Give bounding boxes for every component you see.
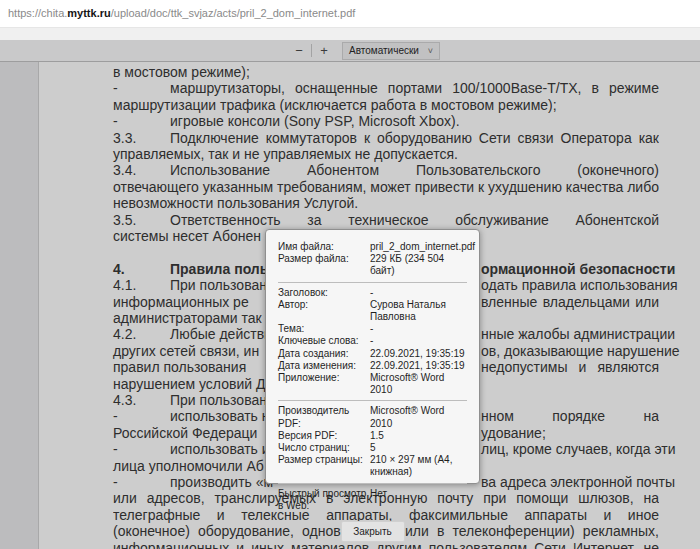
dialog-value: 210 × 297 мм (A4, книжная) xyxy=(370,454,467,478)
document-text-line: управляемых, так и не управляемых не доп… xyxy=(113,146,659,163)
list-marker: 4.1. xyxy=(113,277,170,293)
dialog-value: Сурова Наталья Павловна xyxy=(370,299,467,323)
dialog-row: Тема:- xyxy=(278,323,467,335)
dialog-value: 1.5 xyxy=(370,430,467,442)
dialog-rows: Имя файла:pril_2_dom_internet.pdfРазмер … xyxy=(278,241,467,512)
dialog-row: Ключевые слова:- xyxy=(278,335,467,347)
dialog-row: Дата создания:22.09.2021, 19:35:19 xyxy=(278,348,467,360)
dialog-label: Версия PDF: xyxy=(278,430,370,442)
document-text-line: -игровые консоли (Sony PSP, Microsoft Xb… xyxy=(113,113,659,130)
dialog-value: pril_2_dom_internet.pdf xyxy=(370,241,475,253)
document-text-line: 3.3.Подключение коммутаторов к оборудова… xyxy=(113,130,659,147)
dialog-value: 5 xyxy=(370,442,467,454)
url-text[interactable]: https://chita.myttk.ru/upload/doc/ttk_sv… xyxy=(8,7,355,19)
dialog-row: Имя файла:pril_2_dom_internet.pdf xyxy=(278,241,467,253)
list-marker: - xyxy=(113,80,170,96)
dialog-label: Размер страницы: xyxy=(278,454,370,478)
dialog-label: Дата создания: xyxy=(278,348,370,360)
dialog-row: Приложение:Microsoft® Word 2010 xyxy=(278,372,467,396)
document-text-fragment: лиц, кроме случаев, когда эти xyxy=(481,441,659,458)
dialog-value: - xyxy=(370,335,467,347)
dialog-separator xyxy=(278,282,467,283)
chevron-down-icon: ˅ xyxy=(428,46,433,56)
dialog-row: Производитель PDF:Microsoft® Word 2010 xyxy=(278,405,467,429)
document-text-line: отвечающего указанным требованиям, может… xyxy=(113,179,659,196)
dialog-row: Размер файла:229 КБ (234 504 байт) xyxy=(278,253,467,277)
dialog-label: Производитель PDF: xyxy=(278,405,370,429)
document-text-fragment: ов, доказывающие нарушение xyxy=(481,343,659,360)
document-text-fragment: ормационной безопасности xyxy=(481,261,659,278)
dialog-label: Приложение: xyxy=(278,372,370,396)
pdf-toolbar: − + Автоматически ˅ xyxy=(0,40,700,62)
dialog-label: Имя файла: xyxy=(278,241,370,253)
list-marker: 4.2. xyxy=(113,326,170,342)
dialog-row: Размер страницы:210 × 297 мм (A4, книжна… xyxy=(278,454,467,478)
list-marker: 3.3. xyxy=(113,130,170,146)
dialog-label: Быстрый просмотр в Web: xyxy=(278,488,370,512)
dialog-value: 22.09.2021, 19:35:19 xyxy=(370,348,467,360)
zoom-in-button[interactable]: + xyxy=(315,40,333,61)
zoom-scale-select[interactable]: Автоматически ˅ xyxy=(342,42,440,60)
dialog-value: 229 КБ (234 504 байт) xyxy=(370,253,467,277)
url-domain: myttk.ru xyxy=(67,7,110,19)
dialog-label: Число страниц: xyxy=(278,442,370,454)
list-marker: - xyxy=(113,441,170,457)
dialog-label: Тема: xyxy=(278,323,370,335)
toolbar-divider xyxy=(311,44,312,57)
url-path: /upload/doc/ttk_svjaz/acts/pril_2_dom_in… xyxy=(111,7,356,19)
document-text-line: невозможности пользования Услугой. xyxy=(113,195,659,212)
dialog-label: Ключевые слова: xyxy=(278,335,370,347)
list-marker: 4.3. xyxy=(113,392,170,408)
dialog-label: Дата изменения: xyxy=(278,360,370,372)
dialog-separator xyxy=(278,400,467,401)
list-marker: 3.4. xyxy=(113,162,170,178)
zoom-controls: − + Автоматически ˅ xyxy=(290,40,440,61)
dialog-row: Автор:Сурова Наталья Павловна xyxy=(278,299,467,323)
document-text-fragment: вленные владельцами или xyxy=(481,294,659,311)
document-text-line: 3.4.Использование Абонентом Пользователь… xyxy=(113,162,659,179)
list-marker: - xyxy=(113,474,170,490)
document-text-fragment: нном порядке на территории xyxy=(481,408,659,425)
dialog-row: Заголовок:- xyxy=(278,287,467,299)
dialog-value: Нет xyxy=(370,488,467,512)
dialog-row: Быстрый просмотр в Web:Нет xyxy=(278,488,467,512)
document-text-line: -маршрутизаторы, оснащенные портами 100/… xyxy=(113,80,659,97)
list-marker: - xyxy=(113,113,170,129)
document-text-line: в мостовом режиме); xyxy=(113,64,659,81)
document-text-fragment: ва адреса электронной почты xyxy=(481,474,659,491)
document-text-fragment: нные жалобы администрации xyxy=(481,326,659,343)
list-marker: 3.5. xyxy=(113,212,170,228)
document-text-line: 3.5.Ответственность за техническое обслу… xyxy=(113,212,659,229)
dialog-row: Версия PDF:1.5 xyxy=(278,430,467,442)
document-properties-dialog: Имя файла:pril_2_dom_internet.pdfРазмер … xyxy=(265,229,480,484)
dialog-value: - xyxy=(370,323,467,335)
zoom-out-button[interactable]: − xyxy=(290,40,308,61)
url-prefix: https://chita. xyxy=(8,7,67,19)
dialog-value: Microsoft® Word 2010 xyxy=(370,372,467,396)
dialog-value: Microsoft® Word 2010 xyxy=(370,405,467,429)
zoom-scale-value: Автоматически xyxy=(349,45,419,56)
dialog-separator xyxy=(278,483,467,484)
document-text-fragment: одать правила использования xyxy=(481,277,659,294)
browser-chrome-strip xyxy=(0,27,700,40)
document-text-fragment: удование; xyxy=(481,425,659,442)
list-marker: - xyxy=(113,408,170,424)
dialog-value: - xyxy=(370,287,467,299)
dialog-row: Число страниц:5 xyxy=(278,442,467,454)
close-button[interactable]: Закрыть xyxy=(341,521,405,542)
dialog-value: 22.09.2021, 19:35:19 xyxy=(370,360,467,372)
list-marker: 4. xyxy=(113,261,170,277)
dialog-label: Размер файла: xyxy=(278,253,370,277)
dialog-row: Дата изменения:22.09.2021, 19:35:19 xyxy=(278,360,467,372)
dialog-label: Автор: xyxy=(278,299,370,323)
dialog-label: Заголовок: xyxy=(278,287,370,299)
document-text-fragment: недопустимы и являются xyxy=(481,359,659,376)
document-text-line: маршрутизации трафика (исключается работ… xyxy=(113,97,659,114)
browser-url-bar[interactable]: https://chita.myttk.ru/upload/doc/ttk_sv… xyxy=(0,0,700,27)
